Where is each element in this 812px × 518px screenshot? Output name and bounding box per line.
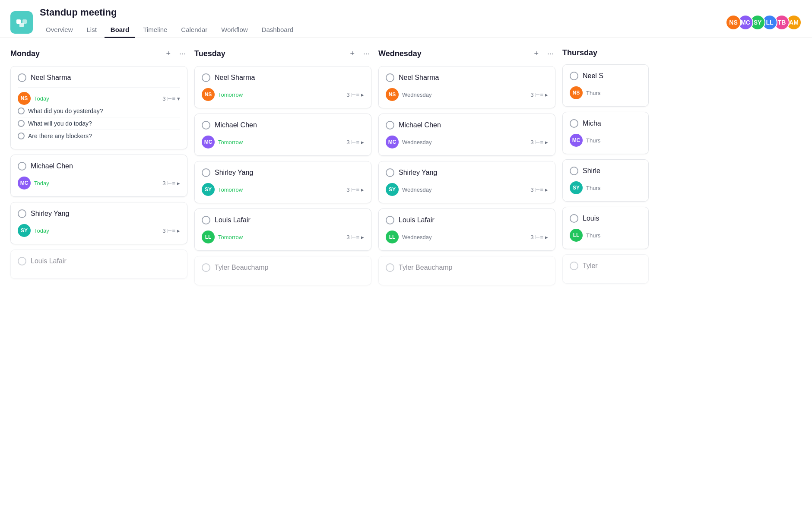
tuesday-add-button[interactable]: + (348, 48, 356, 59)
shirley-wednesday-due: Wednesday (402, 186, 431, 193)
thursday-title: Thursday (562, 48, 597, 57)
avatar-1[interactable]: NS (726, 15, 741, 30)
neel-tuesday-arrow[interactable]: ▸ (361, 92, 364, 98)
louis-wednesday-title-row: Louis Lafair (386, 216, 548, 224)
louis-tuesday-check[interactable] (202, 216, 210, 224)
neel-wednesday-count: 3 (530, 92, 533, 98)
michael-monday-title: Michael Chen (31, 162, 73, 170)
shirley-monday-arrow[interactable]: ▸ (177, 227, 180, 234)
michael-tuesday-subtask-icon: ⊢≡ (351, 139, 359, 145)
shirley-thursday-check[interactable] (570, 167, 578, 175)
louis-wednesday-arrow[interactable]: ▸ (545, 234, 548, 240)
tab-calendar[interactable]: Calendar (175, 22, 213, 38)
subtask-2-check[interactable] (18, 120, 25, 127)
tab-list[interactable]: List (81, 22, 103, 38)
wednesday-more-button[interactable]: ··· (546, 48, 555, 59)
louis-tuesday-arrow[interactable]: ▸ (361, 234, 364, 240)
neel-tuesday-check[interactable] (202, 73, 210, 82)
neel-wednesday-arrow[interactable]: ▸ (545, 92, 548, 98)
shirley-wednesday-subtask-icon: ⊢≡ (535, 186, 543, 193)
tyler-thursday-check[interactable] (570, 262, 578, 270)
column-tuesday: Tuesday + ··· Neel Sharma NS Tomorrow 3 … (194, 48, 371, 291)
subtask-3-check[interactable] (18, 133, 25, 139)
monday-add-button[interactable]: + (164, 48, 172, 59)
michael-monday-check[interactable] (18, 162, 26, 171)
tab-workflow[interactable]: Workflow (215, 22, 254, 38)
shirley-thursday-avatar: SY (570, 181, 583, 194)
michael-wednesday-check[interactable] (386, 121, 394, 130)
tab-timeline[interactable]: Timeline (137, 22, 173, 38)
shirley-monday-check[interactable] (18, 209, 26, 218)
shirley-tuesday-user: SY Tomorrow (202, 183, 243, 196)
michael-wednesday-count: 3 (530, 139, 533, 145)
neel-thursday-avatar: NS (570, 86, 583, 99)
louis-wednesday-check[interactable] (386, 216, 394, 224)
michael-monday-arrow[interactable]: ▸ (177, 180, 180, 186)
neel-wednesday-title-row: Neel Sharma (386, 73, 548, 82)
card-tyler-wednesday: Tyler Beauchamp (378, 256, 555, 285)
shirley-wednesday-check[interactable] (386, 168, 394, 177)
louis-thursday-check[interactable] (570, 214, 578, 223)
card-neel-thursday: Neel S NS Thurs (562, 64, 649, 107)
louis-wednesday-meta: 3 ⊢≡ ▸ (530, 234, 548, 240)
neel-monday-footer: NS Today 3 ⊢≡ ▾ (18, 92, 180, 105)
neel-thursday-title: Neel S (583, 72, 603, 80)
shirley-tuesday-arrow[interactable]: ▸ (361, 186, 364, 193)
neel-monday-subtasks: NS Today 3 ⊢≡ ▾ What did you do yesterda… (18, 87, 180, 142)
monday-more-button[interactable]: ··· (178, 48, 187, 59)
michael-tuesday-check[interactable] (202, 121, 210, 130)
wednesday-header: Wednesday + ··· (378, 48, 555, 59)
tab-board[interactable]: Board (105, 22, 135, 38)
neel-wednesday-check[interactable] (386, 73, 394, 82)
michael-monday-avatar: MC (18, 177, 31, 190)
louis-wednesday-user: LL Wednesday (386, 231, 431, 243)
neel-tuesday-due: Tomorrow (218, 92, 243, 98)
louis-wednesday-count: 3 (530, 234, 533, 240)
michael-thursday-avatar: MC (570, 134, 583, 147)
louis-wednesday-footer: LL Wednesday 3 ⊢≡ ▸ (386, 231, 548, 243)
shirley-wednesday-avatar: SY (386, 183, 399, 196)
michael-wednesday-subtask-icon: ⊢≡ (535, 139, 543, 145)
neel-thursday-check[interactable] (570, 72, 578, 80)
card-shirley-wednesday: Shirley Yang SY Wednesday 3 ⊢≡ ▸ (378, 161, 555, 203)
shirley-monday-due: Today (34, 227, 49, 234)
shirley-tuesday-avatar: SY (202, 183, 215, 196)
louis-wednesday-avatar: LL (386, 231, 399, 243)
subtask-1-check[interactable] (18, 107, 25, 114)
tuesday-more-button[interactable]: ··· (362, 48, 371, 59)
michael-thursday-due: Thurs (586, 137, 600, 144)
michael-monday-title-row: Michael Chen (18, 162, 180, 171)
board: Monday + ··· Neel Sharma NS Today 3 (0, 38, 812, 504)
michael-thursday-check[interactable] (570, 119, 578, 128)
shirley-wednesday-title: Shirley Yang (399, 169, 437, 177)
card-louis-monday: Louis Lafair (10, 250, 187, 279)
louis-tuesday-footer: LL Tomorrow 3 ⊢≡ ▸ (202, 231, 364, 243)
michael-tuesday-arrow[interactable]: ▸ (361, 139, 364, 145)
shirley-monday-title: Shirley Yang (31, 210, 69, 218)
tyler-tuesday-title-row: Tyler Beauchamp (202, 263, 364, 272)
neel-tuesday-count: 3 (346, 92, 349, 98)
shirley-wednesday-arrow[interactable]: ▸ (545, 186, 548, 193)
michael-monday-user: MC Today (18, 177, 49, 190)
tyler-wednesday-title-row: Tyler Beauchamp (386, 263, 548, 272)
wednesday-add-button[interactable]: + (532, 48, 540, 59)
card-shirley-monday: Shirley Yang SY Today 3 ⊢≡ ▸ (10, 202, 187, 244)
michael-wednesday-arrow[interactable]: ▸ (545, 139, 548, 145)
team-avatars[interactable]: NS MC SY LL TB AM (726, 15, 802, 30)
shirley-tuesday-check[interactable] (202, 168, 210, 177)
tyler-wednesday-check[interactable] (386, 263, 394, 272)
nav-tabs: Overview List Board Timeline Calendar Wo… (40, 22, 299, 38)
card-neel-wednesday: Neel Sharma NS Wednesday 3 ⊢≡ ▸ (378, 66, 555, 108)
shirley-monday-subtask-icon: ⊢≡ (167, 227, 175, 234)
neel-wednesday-avatar: NS (386, 88, 399, 101)
michael-wednesday-due: Wednesday (402, 139, 431, 145)
tab-dashboard[interactable]: Dashboard (256, 22, 299, 38)
louis-monday-check[interactable] (18, 257, 26, 265)
tyler-tuesday-check[interactable] (202, 263, 210, 272)
michael-thursday-title: Micha (583, 120, 601, 127)
tab-overview[interactable]: Overview (40, 22, 79, 38)
neel-monday-count: 3 (162, 95, 165, 102)
neel-monday-check[interactable] (18, 73, 26, 82)
neel-monday-expand-icon[interactable]: ▾ (177, 95, 180, 102)
column-thursday: Thursday Neel S NS Thurs Micha (562, 48, 649, 289)
